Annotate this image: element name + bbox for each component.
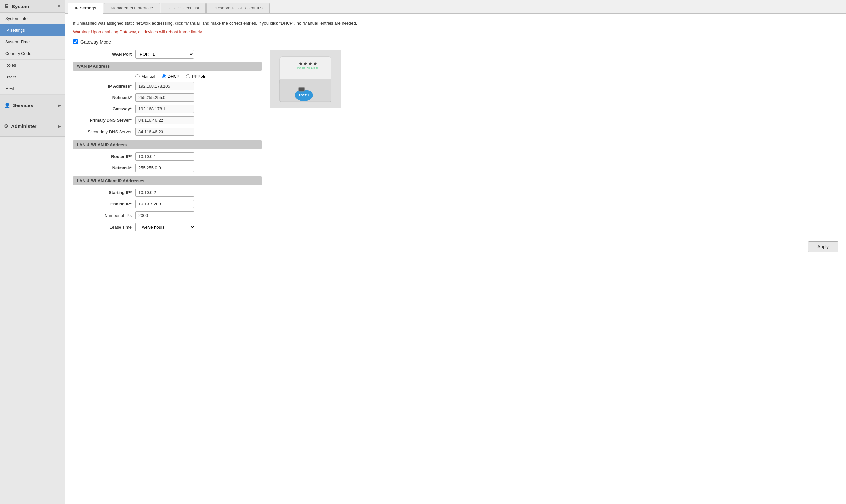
ip-address-row: IP Address* bbox=[73, 82, 262, 90]
primary-dns-row: Primary DNS Server* bbox=[73, 116, 262, 124]
main-content: IP SettingsManagement InterfaceDHCP Clie… bbox=[65, 0, 846, 504]
radio-dhcp[interactable]: DHCP bbox=[162, 74, 180, 79]
sidebar-item-system-info[interactable]: System Info bbox=[0, 13, 65, 24]
monitor-icon: 🖥 bbox=[4, 3, 9, 9]
left-column: WAN Port PORT 1 WAN IP Address Manual bbox=[73, 50, 262, 235]
lease-time-select[interactable]: Twelve hours One hour Two hours One day bbox=[136, 223, 195, 232]
starting-ip-input[interactable] bbox=[136, 188, 194, 197]
lease-time-label: Lease Time bbox=[73, 224, 131, 230]
wan-port-select[interactable]: PORT 1 bbox=[136, 50, 194, 59]
netmask-row: Netmask* bbox=[73, 93, 262, 102]
radio-dhcp-label: DHCP bbox=[168, 74, 180, 79]
ip-type-radio-group: Manual DHCP PPPoE bbox=[136, 74, 262, 79]
tabs-bar: IP SettingsManagement InterfaceDHCP Clie… bbox=[65, 0, 846, 14]
lan-netmask-input[interactable] bbox=[136, 164, 194, 172]
secondary-dns-row: Secondary DNS Server bbox=[73, 128, 262, 136]
two-col-layout: WAN Port PORT 1 WAN IP Address Manual bbox=[73, 50, 838, 235]
svg-text:2.4G: 2.4G bbox=[311, 67, 315, 69]
num-ips-row: Number of IPs bbox=[73, 211, 262, 219]
svg-text:DIR: DIR bbox=[302, 67, 305, 69]
services-section-header[interactable]: 👤 Services ▶ bbox=[0, 95, 65, 116]
sidebar-item-users[interactable]: Users bbox=[0, 71, 65, 83]
secondary-dns-label: Secondary DNS Server bbox=[73, 129, 131, 134]
right-column: PWR DIR AIR 2.4G 5G PORT 1 bbox=[270, 50, 341, 235]
administer-section-header[interactable]: ⚙ Administer ▶ bbox=[0, 116, 65, 137]
sidebar-item-ip-settings[interactable]: IP settings bbox=[0, 24, 65, 36]
content-area: If Unleashed was assigned static network… bbox=[65, 14, 846, 504]
num-ips-label: Number of IPs bbox=[73, 213, 131, 218]
lan-wlan-section-bar: LAN & WLAN IP Address bbox=[73, 140, 262, 149]
num-ips-input[interactable] bbox=[136, 211, 194, 219]
lan-client-section-bar: LAN & WLAN Client IP Addresses bbox=[73, 177, 262, 185]
gateway-mode-checkbox[interactable] bbox=[73, 39, 78, 44]
radio-pppoe[interactable]: PPPoE bbox=[186, 74, 205, 79]
services-title: Services bbox=[13, 103, 58, 108]
primary-dns-label: Primary DNS Server* bbox=[73, 118, 131, 123]
router-svg: PWR DIR AIR 2.4G 5G PORT 1 bbox=[270, 50, 341, 108]
tab-preserve-dhcp-client-ips[interactable]: Preserve DHCP Client IPs bbox=[206, 3, 269, 13]
svg-point-3 bbox=[304, 62, 307, 65]
starting-ip-row: Starting IP* bbox=[73, 188, 262, 197]
radio-pppoe-input[interactable] bbox=[186, 74, 190, 78]
wan-port-label: WAN Port bbox=[73, 52, 131, 57]
radio-pppoe-label: PPPoE bbox=[192, 74, 205, 79]
router-ip-row: Router IP* bbox=[73, 152, 262, 161]
sidebar-item-country-code[interactable]: Country Code bbox=[0, 48, 65, 59]
netmask-label: Netmask* bbox=[73, 95, 131, 100]
ending-ip-label: Ending IP* bbox=[73, 201, 131, 206]
services-icon: 👤 bbox=[4, 102, 11, 108]
sidebar: 🖥 System ▼ System InfoIP settingsSystem … bbox=[0, 0, 65, 504]
warning-text: Warning: Upon enabling Gateway, all devi… bbox=[73, 29, 838, 34]
lease-time-row: Lease Time Twelve hours One hour Two hou… bbox=[73, 223, 262, 232]
system-title: System bbox=[12, 4, 57, 9]
gateway-row: Gateway* bbox=[73, 105, 262, 113]
wan-port-row: WAN Port PORT 1 bbox=[73, 50, 262, 59]
secondary-dns-input[interactable] bbox=[136, 128, 194, 136]
netmask-input[interactable] bbox=[136, 93, 194, 102]
ip-address-input[interactable] bbox=[136, 82, 194, 90]
router-ip-label: Router IP* bbox=[73, 154, 131, 159]
svg-text:AIR: AIR bbox=[307, 67, 310, 69]
sidebar-item-mesh[interactable]: Mesh bbox=[0, 83, 65, 95]
tab-dhcp-client-list[interactable]: DHCP Client List bbox=[161, 3, 206, 13]
starting-ip-label: Starting IP* bbox=[73, 190, 131, 195]
info-text: If Unleashed was assigned static network… bbox=[73, 20, 838, 27]
sidebar-item-system-time[interactable]: System Time bbox=[0, 36, 65, 48]
svg-point-2 bbox=[299, 62, 302, 65]
svg-point-4 bbox=[309, 62, 312, 65]
lan-netmask-label: Netmask* bbox=[73, 165, 131, 170]
router-ip-input[interactable] bbox=[136, 152, 194, 161]
wan-ip-section-bar: WAN IP Address bbox=[73, 62, 262, 71]
radio-manual[interactable]: Manual bbox=[136, 74, 155, 79]
tab-ip-settings[interactable]: IP Settings bbox=[68, 3, 103, 14]
apply-button-row: Apply bbox=[73, 241, 838, 252]
ending-ip-row: Ending IP* bbox=[73, 200, 262, 208]
sidebar-item-roles[interactable]: Roles bbox=[0, 59, 65, 71]
tab-management-interface[interactable]: Management Interface bbox=[104, 3, 160, 13]
administer-icon: ⚙ bbox=[4, 123, 8, 129]
gateway-mode-label: Gateway Mode bbox=[80, 39, 111, 44]
apply-button[interactable]: Apply bbox=[808, 241, 838, 252]
lan-netmask-row: Netmask* bbox=[73, 164, 262, 172]
gateway-input[interactable] bbox=[136, 105, 194, 113]
radio-manual-label: Manual bbox=[141, 74, 155, 79]
system-section-header[interactable]: 🖥 System ▼ bbox=[0, 0, 65, 13]
sidebar-nav: System InfoIP settingsSystem TimeCountry… bbox=[0, 13, 65, 95]
primary-dns-input[interactable] bbox=[136, 116, 194, 124]
system-arrow: ▼ bbox=[57, 4, 61, 8]
svg-text:5G: 5G bbox=[316, 67, 319, 69]
ending-ip-input[interactable] bbox=[136, 200, 194, 208]
administer-title: Administer bbox=[11, 123, 58, 129]
svg-point-5 bbox=[314, 62, 317, 65]
administer-arrow: ▶ bbox=[58, 124, 61, 129]
radio-manual-input[interactable] bbox=[136, 74, 140, 78]
services-arrow: ▶ bbox=[58, 103, 61, 108]
radio-dhcp-input[interactable] bbox=[162, 74, 166, 78]
router-image: PWR DIR AIR 2.4G 5G PORT 1 bbox=[270, 50, 341, 108]
ip-address-label: IP Address* bbox=[73, 84, 131, 89]
svg-text:PWR: PWR bbox=[297, 67, 301, 69]
svg-text:PORT 1: PORT 1 bbox=[299, 94, 309, 97]
gateway-mode-row: Gateway Mode bbox=[73, 39, 838, 44]
svg-rect-15 bbox=[299, 88, 304, 91]
gateway-label: Gateway* bbox=[73, 106, 131, 111]
